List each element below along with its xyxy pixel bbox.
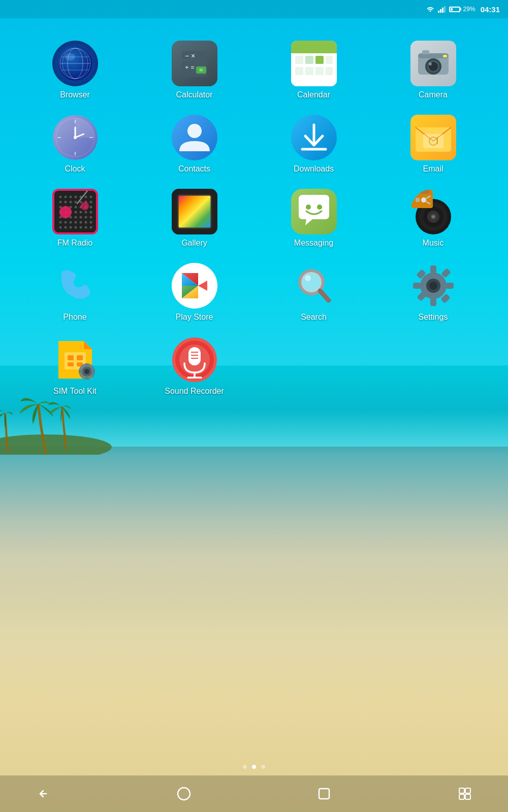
app-search[interactable]: Search <box>254 263 373 322</box>
svg-point-60 <box>84 196 87 198</box>
downloads-label: Downloads <box>294 164 334 174</box>
svg-point-55 <box>59 196 61 198</box>
app-messaging[interactable]: Messaging <box>254 189 373 248</box>
svg-point-149 <box>84 369 89 374</box>
app-gallery[interactable]: Gallery <box>135 189 254 248</box>
contacts-label: Contacts <box>178 164 210 174</box>
svg-point-58 <box>74 196 77 198</box>
home-button[interactable] <box>171 781 197 806</box>
svg-point-94 <box>79 221 82 224</box>
page-dot-2[interactable] <box>252 765 256 769</box>
email-icon <box>410 115 456 160</box>
app-soundrecorder[interactable]: Sound Recorder <box>135 337 254 396</box>
calendar-icon <box>291 41 337 86</box>
svg-point-97 <box>59 226 61 229</box>
svg-rect-166 <box>465 788 470 793</box>
gallery-icon <box>172 189 217 234</box>
svg-point-79 <box>74 211 77 214</box>
svg-point-65 <box>74 201 77 204</box>
svg-rect-167 <box>459 794 464 799</box>
app-music[interactable]: Music <box>373 189 493 248</box>
app-browser[interactable]: Browser <box>15 41 135 99</box>
browser-label: Browser <box>60 90 90 99</box>
simtoolkit-icon <box>52 337 98 383</box>
soundrecorder-label: Sound Recorder <box>165 387 224 396</box>
svg-point-102 <box>84 226 87 229</box>
svg-point-75 <box>89 206 92 209</box>
menu-button[interactable] <box>452 781 478 806</box>
svg-point-34 <box>429 62 432 65</box>
battery-percent: 29% <box>463 6 475 13</box>
playstore-label: Play Store <box>176 313 213 322</box>
svg-rect-27 <box>315 67 324 75</box>
app-camera[interactable]: Camera <box>373 41 493 99</box>
app-clock[interactable]: Clock <box>15 115 135 174</box>
svg-rect-36 <box>443 55 447 57</box>
app-playstore[interactable]: Play Store <box>135 263 254 322</box>
svg-point-12 <box>65 53 75 60</box>
recent-button[interactable] <box>311 781 337 806</box>
search-icon <box>291 263 337 309</box>
app-calculator[interactable]: − × + = = Calculator <box>135 41 254 99</box>
sand <box>0 447 508 812</box>
svg-point-87 <box>79 216 82 219</box>
wifi-icon <box>426 6 435 13</box>
svg-point-57 <box>69 196 72 198</box>
app-settings[interactable]: Settings <box>373 263 493 322</box>
browser-icon <box>52 41 98 86</box>
svg-point-105 <box>81 202 89 210</box>
svg-point-56 <box>64 196 67 198</box>
camera-icon <box>410 41 456 86</box>
svg-point-104 <box>59 206 72 218</box>
playstore-icon <box>172 263 217 309</box>
svg-text:=: = <box>199 66 203 74</box>
app-downloads[interactable]: Downloads <box>254 115 373 174</box>
email-label: Email <box>423 164 443 174</box>
svg-rect-168 <box>465 794 470 799</box>
svg-rect-150 <box>85 363 88 367</box>
svg-rect-108 <box>178 195 211 228</box>
app-email[interactable]: Email <box>373 115 493 174</box>
back-button[interactable] <box>30 781 56 806</box>
svg-rect-2 <box>440 9 441 13</box>
app-phone[interactable]: Phone <box>15 263 135 322</box>
page-dot-3[interactable] <box>261 765 265 769</box>
svg-point-98 <box>64 226 67 229</box>
svg-rect-153 <box>91 370 95 373</box>
svg-rect-1 <box>438 11 439 13</box>
app-contacts[interactable]: Contacts <box>135 115 254 174</box>
messaging-icon <box>291 189 337 234</box>
svg-rect-51 <box>423 134 443 148</box>
calculator-icon: − × + = = <box>172 41 217 86</box>
svg-rect-25 <box>295 67 303 75</box>
svg-rect-21 <box>295 56 303 64</box>
svg-rect-164 <box>319 789 329 799</box>
svg-point-99 <box>69 226 72 229</box>
camera-label: Camera <box>419 90 448 99</box>
page-dot-1[interactable] <box>243 765 247 769</box>
svg-rect-165 <box>459 788 464 793</box>
music-label: Music <box>423 239 444 248</box>
svg-rect-35 <box>422 50 429 54</box>
svg-point-90 <box>59 221 61 224</box>
app-fmradio[interactable]: FM Radio <box>15 189 135 248</box>
clock-icon <box>52 115 98 160</box>
simtoolkit-label: SIM Tool Kit <box>53 387 97 396</box>
svg-point-100 <box>74 226 77 229</box>
app-calendar[interactable]: Calendar <box>254 41 373 99</box>
svg-point-61 <box>89 196 92 198</box>
svg-point-86 <box>74 216 77 219</box>
battery-icon <box>449 7 460 12</box>
svg-rect-151 <box>85 376 88 380</box>
svg-point-111 <box>306 205 311 210</box>
svg-point-82 <box>89 211 92 214</box>
empty-slot <box>254 337 373 396</box>
signal-icon <box>438 6 446 13</box>
music-icon <box>410 189 456 234</box>
svg-point-89 <box>89 216 92 219</box>
app-simtoolkit[interactable]: SIM Tool Kit <box>15 337 135 396</box>
svg-rect-28 <box>326 67 333 75</box>
svg-rect-134 <box>446 283 454 289</box>
status-bar: 29% 04:31 <box>0 0 508 18</box>
svg-rect-19 <box>291 41 337 53</box>
